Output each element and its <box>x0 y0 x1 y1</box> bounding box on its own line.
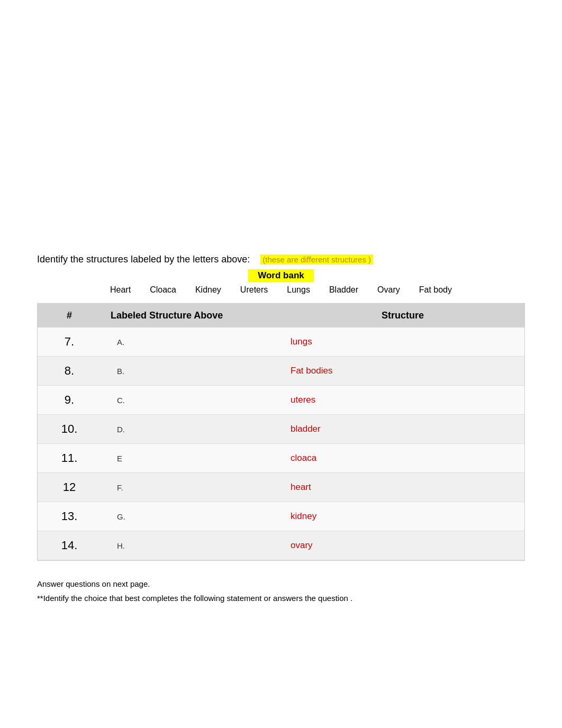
word-fat-body: Fat body <box>419 285 452 295</box>
word-kidney: Kidney <box>195 285 221 295</box>
row-letter: A. <box>101 327 281 357</box>
intro-line: Identify the structures labeled by the l… <box>37 254 525 265</box>
footer-line1: Answer questions on next page. <box>37 577 525 591</box>
footer-line2: **Identify the choice that best complete… <box>37 591 525 605</box>
table-row: 12F.heart <box>38 473 524 502</box>
table-row: 13.G.kidney <box>38 502 524 531</box>
table-row: 7.A.lungs <box>38 327 524 357</box>
row-number: 7. <box>38 327 101 357</box>
table-row: 11.Ecloaca <box>38 444 524 473</box>
row-letter: H. <box>101 531 281 560</box>
word-bank-label: Word bank <box>248 269 314 282</box>
table-row: 9.C.uteres <box>38 386 524 415</box>
row-number: 9. <box>38 386 101 415</box>
intro-note: (these are different structures ) <box>260 254 373 265</box>
row-letter: G. <box>101 502 281 531</box>
word-ureters: Ureters <box>240 285 268 295</box>
word-cloaca: Cloaca <box>150 285 176 295</box>
table-header-row: # Labeled Structure Above Structure <box>38 304 524 327</box>
row-number: 8. <box>38 357 101 386</box>
row-answer: heart <box>281 473 524 502</box>
row-number: 12 <box>38 473 101 502</box>
col-header-number: # <box>38 304 101 327</box>
row-letter: C. <box>101 386 281 415</box>
col-header-labeled: Labeled Structure Above <box>101 304 281 327</box>
table-row: 10.D.bladder <box>38 415 524 444</box>
row-answer: lungs <box>281 327 524 357</box>
row-number: 14. <box>38 531 101 560</box>
word-bank-words: Heart Cloaca Kidney Ureters Lungs Bladde… <box>37 285 525 295</box>
footer: Answer questions on next page. **Identif… <box>37 577 525 605</box>
row-letter: E <box>101 444 281 473</box>
row-letter: F. <box>101 473 281 502</box>
row-answer: ovary <box>281 531 524 560</box>
row-number: 13. <box>38 502 101 531</box>
row-letter: B. <box>101 357 281 386</box>
word-bladder: Bladder <box>329 285 358 295</box>
row-answer: kidney <box>281 502 524 531</box>
row-number: 10. <box>38 415 101 444</box>
row-answer: Fat bodies <box>281 357 524 386</box>
row-letter: D. <box>101 415 281 444</box>
identification-table: # Labeled Structure Above Structure 7.A.… <box>37 303 525 561</box>
word-heart: Heart <box>110 285 131 295</box>
row-number: 11. <box>38 444 101 473</box>
col-header-structure: Structure <box>281 304 524 327</box>
intro-text: Identify the structures labeled by the l… <box>37 254 250 265</box>
table-row: 8.B.Fat bodies <box>38 357 524 386</box>
page-container: Identify the structures labeled by the l… <box>0 0 562 728</box>
word-bank-section: Word bank Heart Cloaca Kidney Ureters Lu… <box>37 269 525 295</box>
row-answer: cloaca <box>281 444 524 473</box>
word-ovary: Ovary <box>377 285 400 295</box>
word-lungs: Lungs <box>287 285 310 295</box>
row-answer: bladder <box>281 415 524 444</box>
row-answer: uteres <box>281 386 524 415</box>
table-row: 14.H.ovary <box>38 531 524 560</box>
